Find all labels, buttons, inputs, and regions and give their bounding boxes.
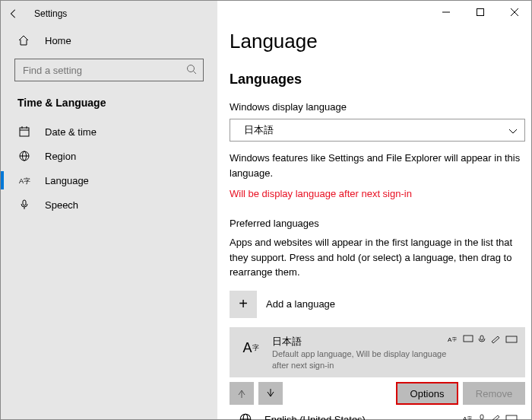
text-to-speech-icon: A字 — [463, 414, 473, 420]
language-feature-badges: A字 — [448, 335, 518, 344]
search-icon — [185, 63, 198, 78]
text-to-speech-icon: A字 — [448, 335, 458, 344]
speech-icon — [478, 335, 486, 344]
display-language-value: 日本語 — [244, 123, 274, 137]
search-input[interactable] — [14, 59, 204, 81]
language-az-icon: A字 — [237, 335, 264, 362]
svg-point-0 — [188, 65, 195, 72]
keyboard-icon — [505, 335, 518, 344]
handwriting-icon — [490, 414, 501, 420]
svg-rect-19 — [480, 336, 483, 340]
language-feature-badges: A字 — [463, 414, 518, 420]
sidebar-item-label: Speech — [45, 199, 78, 211]
svg-line-1 — [194, 72, 197, 75]
svg-rect-20 — [506, 336, 517, 342]
sidebar-item-date-time[interactable]: Date & time — [1, 119, 217, 144]
section-languages: Languages — [230, 72, 525, 88]
window-title: Settings — [34, 8, 67, 19]
display-icon — [463, 335, 473, 344]
svg-text:字: 字 — [452, 336, 457, 342]
svg-rect-2 — [20, 128, 29, 136]
sidebar-section-title: Time & Language — [1, 97, 217, 119]
language-name: English (United States) — [264, 414, 366, 420]
sidebar: Settings Home Time & Language Date & tim… — [1, 1, 217, 419]
svg-rect-11 — [23, 200, 26, 205]
svg-rect-26 — [480, 415, 483, 419]
svg-text:字: 字 — [467, 415, 472, 420]
remove-button: Remove — [463, 382, 525, 405]
globe-icon — [17, 150, 31, 162]
microphone-icon — [17, 199, 31, 211]
home-icon — [17, 34, 31, 46]
handwriting-icon — [490, 335, 501, 344]
svg-rect-13 — [477, 9, 483, 16]
add-language-label: Add a language — [266, 298, 335, 310]
svg-rect-27 — [506, 415, 517, 420]
svg-rect-18 — [464, 336, 473, 342]
language-icon: A字 — [17, 174, 31, 186]
display-language-help: Windows features like Settings and File … — [230, 151, 525, 180]
main-content: Language Languages Windows display langu… — [217, 1, 531, 419]
move-up-button[interactable] — [230, 382, 254, 405]
display-language-dropdown[interactable]: 日本語 — [230, 119, 525, 142]
back-button[interactable] — [1, 1, 27, 27]
minimize-button[interactable] — [429, 1, 463, 24]
language-subtitle: Default app language, Will be display la… — [272, 348, 448, 372]
sidebar-item-label: Date & time — [45, 126, 97, 138]
speech-icon — [478, 414, 486, 420]
sidebar-item-region[interactable]: Region — [1, 144, 217, 168]
options-button[interactable]: Options — [396, 382, 458, 405]
sidebar-item-language[interactable]: A字 Language — [1, 168, 217, 192]
language-actions: Options Remove — [230, 382, 525, 405]
keyboard-icon — [505, 414, 518, 420]
language-name: 日本語 — [272, 335, 448, 348]
language-card-japanese[interactable]: A字 日本語 Default app language, Will be dis… — [230, 327, 525, 378]
display-language-warning: Will be display language after next sign… — [230, 188, 525, 199]
sidebar-item-label: Region — [45, 151, 76, 162]
sidebar-item-home[interactable]: Home — [1, 27, 217, 54]
sidebar-item-speech[interactable]: Speech — [1, 192, 217, 217]
close-button[interactable] — [497, 1, 531, 24]
calendar-icon — [17, 126, 31, 138]
move-down-button[interactable] — [258, 382, 283, 405]
language-card-english[interactable]: English (United States) A字 — [230, 405, 525, 420]
svg-text:字: 字 — [24, 177, 30, 185]
preferred-languages-help: Apps and websites will appear in the fir… — [230, 235, 525, 280]
globe-icon — [237, 411, 254, 420]
display-language-label: Windows display language — [230, 101, 525, 113]
add-language-button[interactable]: + Add a language — [230, 291, 525, 318]
plus-icon: + — [230, 291, 257, 318]
sidebar-item-label: Language — [45, 175, 89, 186]
maximize-button[interactable] — [463, 1, 497, 24]
preferred-languages-heading: Preferred languages — [230, 218, 525, 229]
home-label: Home — [45, 35, 71, 46]
chevron-down-icon — [509, 125, 517, 136]
page-title: Language — [230, 30, 525, 53]
